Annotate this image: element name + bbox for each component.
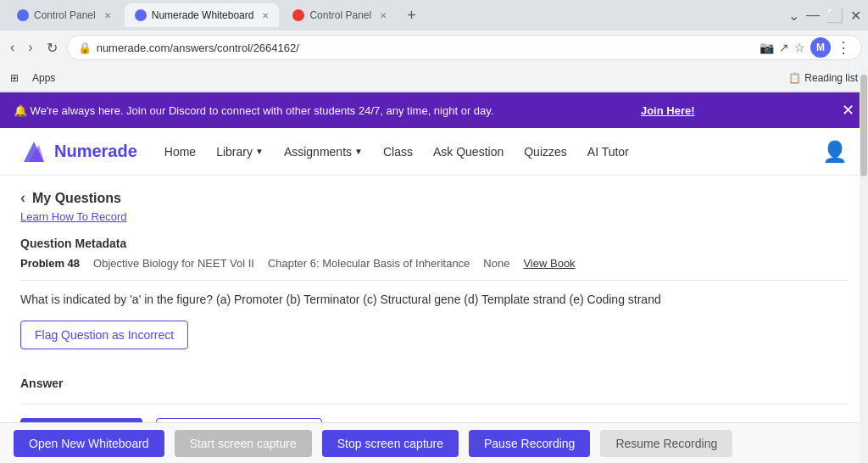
resume-recording-button[interactable]: Resume Recording [600,430,732,457]
metadata-row: Problem 48 Objective Biology for NEET Vo… [20,257,848,281]
reading-list-label: Reading list [804,72,858,84]
nav-ai-tutor[interactable]: AI Tutor [587,145,629,159]
tab-control-panel-3[interactable]: Control Panel ✕ [282,3,397,27]
nav-library[interactable]: Library ▼ [216,145,264,159]
learn-how-link[interactable]: Learn How To Record [20,210,848,223]
nav-assignments[interactable]: Assignments ▼ [284,145,363,159]
chapter-label: Chapter 6: Molecular Basis of Inheritanc… [268,257,470,270]
tab-list-button[interactable]: ⌄ [788,8,799,24]
tab-controls: ⌄ — ⬜ ✕ [788,8,861,24]
browser-chrome: Control Panel ✕ Numerade Whiteboard ✕ Co… [0,0,868,92]
logo-icon [20,138,47,165]
url-text: numerade.com/answers/control/2664162/ [97,42,299,54]
scrollbar[interactable] [860,68,868,463]
notification-link[interactable]: Join Here! [641,104,695,117]
none-label: None [483,257,509,270]
scrollbar-thumb[interactable] [860,75,867,176]
problem-number: Problem 48 [20,257,80,270]
forward-button[interactable]: › [25,36,36,59]
question-text: What is indicated by 'a' in the figure? … [20,291,848,309]
tab-control-panel-1[interactable]: Control Panel ✕ [7,3,121,27]
bottom-toolbar: Open New Whiteboard Start screen capture… [0,422,868,463]
open-whiteboard-button[interactable]: Open New Whiteboard [14,430,164,457]
tab-label-1: Control Panel [34,9,96,21]
tab-label-3: Control Panel [309,9,371,21]
close-button[interactable]: ✕ [850,8,861,24]
tab-close-2[interactable]: ✕ [262,11,269,20]
answer-label: Answer [20,377,848,390]
page-title: My Questions [32,191,121,206]
flag-question-button[interactable]: Flag Question as Incorrect [20,321,188,349]
nav-home[interactable]: Home [164,145,196,159]
site-nav: Numerade Home Library ▼ Assignments ▼ Cl… [0,128,868,176]
address-bar-row: ‹ › ↻ 🔒 numerade.com/answers/control/266… [0,31,868,64]
tab-bar: Control Panel ✕ Numerade Whiteboard ✕ Co… [0,0,868,31]
banner-close-button[interactable]: ✕ [842,101,854,120]
lock-icon: 🔒 [78,42,92,54]
view-book-link[interactable]: View Book [523,257,575,270]
answer-divider [20,404,848,404]
stop-screen-capture-button[interactable]: Stop screen capture [322,430,459,457]
assignments-dropdown-arrow: ▼ [354,147,363,156]
tab-favicon-3 [292,9,304,21]
back-arrow-button[interactable]: ‹ [20,189,25,207]
nav-ask-question[interactable]: Ask Question [433,145,504,159]
nav-links: Home Library ▼ Assignments ▼ Class Ask Q… [164,145,629,159]
notification-text: 🔔 We're always here. Join our Discord to… [14,104,493,117]
restore-button[interactable]: ⬜ [826,8,843,24]
reading-list-icon: 📋 [788,72,801,84]
apps-label[interactable]: Apps [32,72,55,84]
menu-dots[interactable]: ⋮ [836,38,851,57]
new-tab-button[interactable]: + [400,7,423,25]
library-dropdown-arrow: ▼ [255,147,264,156]
tab-close-1[interactable]: ✕ [104,11,111,20]
tab-close-3[interactable]: ✕ [380,11,387,20]
tab-favicon-1 [17,9,29,21]
address-bar[interactable]: 🔒 numerade.com/answers/control/2664162/ … [68,36,861,59]
start-screen-capture-button[interactable]: Start screen capture [175,430,312,457]
tab-label-2: Numerade Whiteboard [152,9,254,21]
nav-quizzes[interactable]: Quizzes [524,145,567,159]
tab-whiteboard[interactable]: Numerade Whiteboard ✕ [125,3,280,27]
video-icon[interactable]: 📷 [760,41,774,54]
logo-text: Numerade [54,142,137,161]
apps-grid-icon: ⊞ [10,72,19,84]
reading-list[interactable]: 📋 Reading list [788,72,858,84]
back-button[interactable]: ‹ [7,36,18,59]
notification-banner: 🔔 We're always here. Join our Discord to… [0,92,868,128]
share-icon[interactable]: ↗ [779,41,789,54]
address-bar-icons: 📷 ↗ ☆ M ⋮ [760,37,851,58]
profile-icon[interactable]: 👤 [822,140,848,163]
breadcrumb: ‹ My Questions [20,189,848,207]
reload-button[interactable]: ↻ [43,36,61,59]
nav-class[interactable]: Class [383,145,413,159]
tab-favicon-2 [135,9,147,21]
pause-recording-button[interactable]: Pause Recording [469,430,590,457]
logo[interactable]: Numerade [20,138,137,165]
book-title: Objective Biology for NEET Vol II [93,257,254,270]
profile-avatar[interactable]: M [810,37,831,58]
star-icon[interactable]: ☆ [794,41,805,54]
nav-right: 👤 [822,140,848,164]
metadata-section-label: Question Metadata [20,237,848,250]
bookmarks-bar: ⊞ Apps 📋 Reading list [0,64,868,92]
minimize-button[interactable]: — [806,8,820,23]
main-content: ‹ My Questions Learn How To Record Quest… [0,176,868,463]
